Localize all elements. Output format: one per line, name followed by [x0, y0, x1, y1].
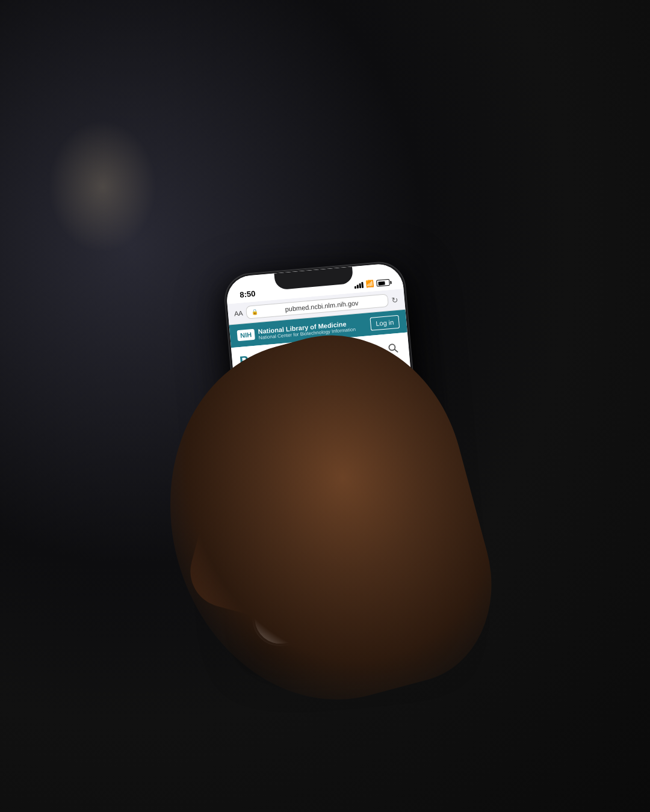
- wifi-icon: 📶: [365, 280, 374, 288]
- url-text: pubmed.ncbi.nlm.nih.gov: [260, 297, 383, 315]
- scene: 8:50 📶 AA: [0, 0, 650, 812]
- battery-icon: [376, 279, 390, 287]
- lock-icon: 🔒: [252, 309, 259, 315]
- phone-in-hand: 8:50 📶 AA: [223, 260, 436, 648]
- battery-fill: [378, 281, 385, 285]
- svg-line-1: [395, 349, 398, 352]
- login-button[interactable]: Log in: [370, 315, 400, 331]
- signal-bars-icon: [354, 281, 364, 289]
- hand-background: [131, 308, 515, 734]
- status-icons: 📶: [354, 278, 390, 291]
- status-time: 8:50: [240, 289, 256, 300]
- aa-button[interactable]: AA: [234, 309, 243, 317]
- nih-badge: NIH: [237, 329, 255, 341]
- refresh-icon[interactable]: ↻: [391, 295, 398, 304]
